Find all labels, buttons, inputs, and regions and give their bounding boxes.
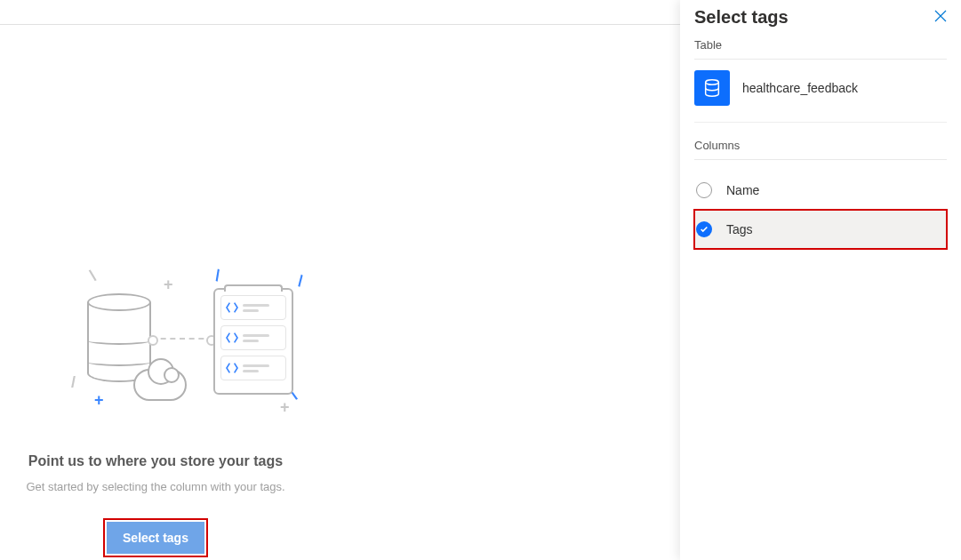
close-icon[interactable] <box>934 8 947 27</box>
connector-line <box>151 338 213 340</box>
list-shape <box>213 288 293 395</box>
database-shape <box>87 293 151 382</box>
column-label: Tags <box>726 222 753 236</box>
illustration: \ + / + \ \ + \ <box>44 267 267 418</box>
radio-unchecked-icon <box>696 182 712 198</box>
column-label: Name <box>726 183 759 197</box>
select-tags-button[interactable]: Select tags <box>107 522 204 554</box>
radio-checked-icon <box>696 221 712 237</box>
table-name: healthcare_feedback <box>742 81 858 95</box>
table-icon <box>694 70 730 106</box>
empty-state: \ + / + \ \ + \ <box>0 267 311 557</box>
table-row: healthcare_feedback <box>694 70 947 123</box>
empty-state-title: Point us to where you store your tags <box>0 453 311 469</box>
empty-state-subtitle: Get started by selecting the column with… <box>0 480 311 493</box>
column-option-tags[interactable]: Tags <box>694 210 947 249</box>
svg-point-0 <box>706 80 719 85</box>
panel-title: Select tags <box>694 7 789 28</box>
column-option-name[interactable]: Name <box>694 171 947 210</box>
columns-section-label: Columns <box>694 139 947 152</box>
select-tags-panel: Select tags Table healthcare_feedback Co… <box>680 0 961 560</box>
cloud-shape <box>133 369 187 401</box>
select-tags-button-highlight: Select tags <box>103 518 208 557</box>
table-section-label: Table <box>694 38 947 52</box>
